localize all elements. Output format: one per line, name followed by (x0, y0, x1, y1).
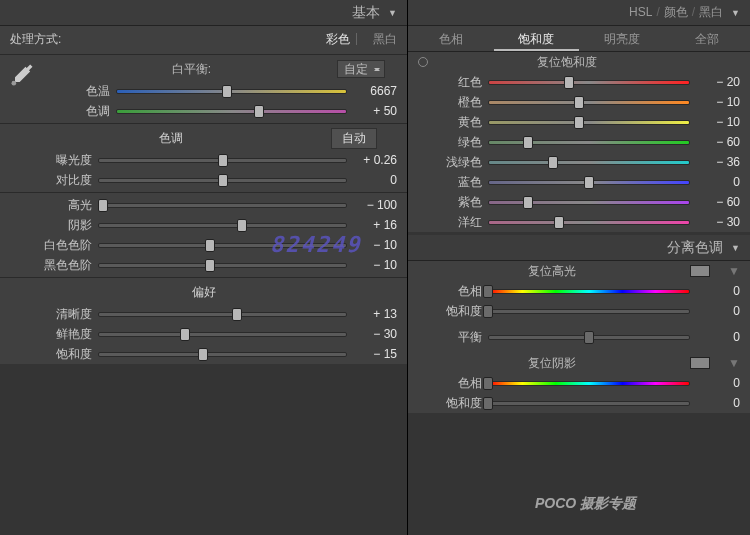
tab-all[interactable]: 全部 (665, 26, 751, 51)
chevron-down-icon: ▼ (731, 243, 740, 253)
clarity-slider[interactable] (98, 307, 347, 321)
sh-hue-slider[interactable] (488, 376, 690, 390)
blacks-slider[interactable] (98, 258, 347, 272)
highlight-swatch[interactable] (690, 265, 710, 277)
aqua-sat-slider[interactable] (488, 155, 690, 169)
orange-sat-slider[interactable] (488, 95, 690, 109)
reset-highlights-label[interactable]: 复位高光 (418, 263, 686, 280)
exposure-slider[interactable] (98, 153, 347, 167)
treatment-label: 处理方式: (10, 31, 316, 48)
magenta-sat-slider[interactable] (488, 215, 690, 229)
yellow-sat-slider[interactable] (488, 115, 690, 129)
tone-header: 色调 (10, 130, 331, 147)
tint-slider[interactable] (116, 104, 347, 118)
basic-title: 基本 (352, 4, 380, 22)
chevron-down-icon: ▼ (731, 8, 740, 18)
tab-hue[interactable]: 色相 (408, 26, 494, 51)
tab-saturation[interactable]: 饱和度 (494, 26, 580, 51)
hi-hue-slider[interactable] (488, 284, 690, 298)
svg-point-0 (12, 81, 17, 86)
treatment-bw[interactable]: 黑白 (373, 31, 397, 48)
contrast-slider[interactable] (98, 173, 347, 187)
temp-value[interactable]: 6667 (353, 84, 397, 98)
eyedropper-icon[interactable] (8, 61, 36, 89)
shadows-slider[interactable] (98, 218, 347, 232)
red-sat-slider[interactable] (488, 75, 690, 89)
basic-panel-header[interactable]: 基本 ▼ (0, 0, 407, 26)
wb-preset-select[interactable]: 自定 (337, 60, 385, 78)
balance-slider[interactable] (488, 330, 690, 344)
saturation-slider[interactable] (98, 347, 347, 361)
temp-slider[interactable] (116, 84, 347, 98)
blue-sat-slider[interactable] (488, 175, 690, 189)
vibrance-slider[interactable] (98, 327, 347, 341)
temp-slider-row: 色温 6667 (36, 81, 407, 101)
hi-sat-slider[interactable] (488, 304, 690, 318)
watermark-overlay: 824249 (270, 232, 361, 257)
shadow-swatch[interactable] (690, 357, 710, 369)
reset-saturation-label[interactable]: 复位饱和度 (434, 54, 700, 71)
green-sat-slider[interactable] (488, 135, 690, 149)
basic-panel: 基本 ▼ 处理方式: 彩色 黑白 白平衡: 自定 色温 6667 (0, 0, 408, 535)
watermark-poco: POCO 摄影专题 (535, 495, 636, 513)
tab-luminance[interactable]: 明亮度 (579, 26, 665, 51)
treatment-row: 处理方式: 彩色 黑白 (0, 26, 407, 52)
purple-sat-slider[interactable] (488, 195, 690, 209)
reset-shadows-label[interactable]: 复位阴影 (418, 355, 686, 372)
hsl-subtabs: 色相 饱和度 明亮度 全部 (408, 26, 750, 52)
chevron-down-icon: ▼ (388, 8, 397, 18)
treatment-color[interactable]: 彩色 (326, 31, 350, 48)
sh-sat-slider[interactable] (488, 396, 690, 410)
wb-label: 白平衡: (46, 61, 337, 78)
split-toning-header[interactable]: 分离色调▼ (408, 235, 750, 261)
presence-header: 偏好 (10, 284, 397, 301)
hsl-panel-header[interactable]: HSL/颜色/黑白 ▼ (408, 0, 750, 26)
auto-tone-button[interactable]: 自动 (331, 128, 377, 149)
tint-value[interactable]: + 50 (353, 104, 397, 118)
highlights-slider[interactable] (98, 198, 347, 212)
target-adjust-icon[interactable] (418, 57, 428, 67)
divider (356, 33, 357, 45)
